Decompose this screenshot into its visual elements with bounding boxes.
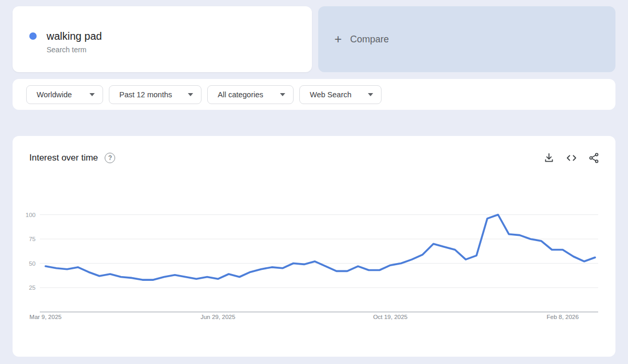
x-axis-tick-label: Mar 9, 2025: [29, 314, 61, 320]
search-term-type-label: Search term: [47, 45, 102, 54]
region-filter-dropdown[interactable]: Worldwide: [26, 85, 103, 104]
chevron-down-icon: [368, 93, 373, 96]
chevron-down-icon: [280, 93, 285, 96]
search-terms-row: walking pad Search term + Compare: [13, 6, 615, 72]
y-axis-tick-label: 50: [29, 260, 36, 267]
search-term-text: walking pad Search term: [47, 30, 102, 54]
y-axis-tick-label: 25: [29, 285, 36, 291]
search-type-filter-dropdown[interactable]: Web Search: [299, 85, 382, 104]
x-axis-tick-label: Feb 8, 2026: [547, 314, 579, 320]
add-comparison-button[interactable]: + Compare: [318, 6, 615, 72]
time-range-filter-label: Past 12 months: [119, 90, 172, 99]
category-filter-dropdown[interactable]: All categories: [207, 85, 294, 104]
x-axis-tick-label: Oct 19, 2025: [373, 314, 408, 320]
plus-icon: +: [334, 33, 342, 46]
compare-label: Compare: [350, 34, 389, 45]
category-filter-label: All categories: [218, 90, 263, 99]
trend-line: [46, 215, 595, 280]
y-axis-tick-label: 75: [29, 236, 36, 242]
chevron-down-icon: [188, 93, 193, 96]
region-filter-label: Worldwide: [37, 90, 72, 99]
interest-over-time-card: Interest over time ? 255075100Mar 9, 202…: [13, 136, 615, 357]
series-color-dot-icon: [29, 32, 37, 40]
search-term-card[interactable]: walking pad Search term: [13, 6, 312, 72]
filters-bar: Worldwide Past 12 months All categories …: [13, 79, 615, 110]
interest-over-time-chart[interactable]: 255075100Mar 9, 2025Jun 29, 2025Oct 19, …: [13, 136, 615, 357]
search-term-value: walking pad: [47, 30, 102, 42]
time-range-filter-dropdown[interactable]: Past 12 months: [109, 85, 201, 104]
search-type-filter-label: Web Search: [310, 90, 352, 99]
y-axis-tick-label: 100: [26, 212, 36, 218]
chevron-down-icon: [89, 93, 95, 96]
x-axis-tick-label: Jun 29, 2025: [200, 314, 236, 320]
